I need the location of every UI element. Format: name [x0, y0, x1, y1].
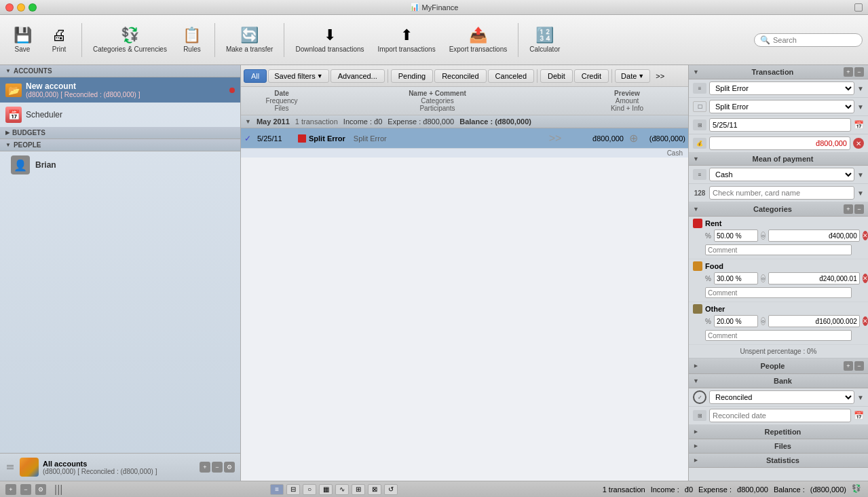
- other-pct-input[interactable]: [714, 315, 758, 327]
- status-add-button[interactable]: +: [5, 484, 16, 495]
- filter-reconciled-button[interactable]: Reconciled: [434, 69, 486, 83]
- other-comment-input[interactable]: [705, 330, 852, 341]
- add-account-button[interactable]: +: [200, 462, 210, 473]
- view-bar-button[interactable]: ▦: [319, 484, 333, 495]
- status-handle-icon[interactable]: |||: [54, 483, 62, 496]
- settings-account-button[interactable]: ⚙: [224, 462, 235, 473]
- minimize-button[interactable]: [17, 3, 25, 12]
- search-box[interactable]: 🔍: [754, 33, 863, 47]
- remove-account-button[interactable]: −: [212, 462, 223, 473]
- calculator-button[interactable]: Calculator: [524, 24, 565, 56]
- filter-canceled-button[interactable]: Canceled: [488, 69, 534, 83]
- view-circle-button[interactable]: ○: [303, 484, 316, 495]
- transaction-amount-input[interactable]: [709, 136, 850, 150]
- view-line-button[interactable]: ∿: [335, 484, 349, 495]
- food-amount-input[interactable]: [768, 272, 860, 284]
- budgets-header[interactable]: ▶ BUDGETS: [0, 127, 240, 139]
- reconciled-cal-icon[interactable]: 📅: [854, 411, 864, 420]
- accounts-header[interactable]: ▼ ACCOUNTS: [0, 65, 240, 77]
- amount-remove-button[interactable]: ✕: [853, 138, 864, 149]
- filter-pending-button[interactable]: Pending: [391, 69, 433, 83]
- save-button[interactable]: Save: [5, 24, 39, 56]
- import-button[interactable]: Import transactions: [373, 24, 441, 56]
- filter-all-button[interactable]: All: [244, 69, 267, 83]
- other-pct-circle[interactable]: ○: [761, 317, 766, 325]
- remove-category-button[interactable]: −: [854, 204, 864, 214]
- split-error-arrow-1[interactable]: ▼: [857, 85, 864, 92]
- bank-status-row: ✓ Reconciled ▼: [689, 388, 868, 407]
- close-button[interactable]: [5, 3, 14, 12]
- status-remove-button[interactable]: −: [20, 484, 31, 495]
- status-income-value: đ0: [685, 485, 693, 494]
- search-icon: 🔍: [760, 35, 770, 45]
- view-table-button[interactable]: ⊟: [286, 484, 300, 495]
- add-person-button[interactable]: +: [844, 361, 853, 371]
- split-error-select-2[interactable]: Split Error: [709, 100, 854, 113]
- resize-icon[interactable]: [854, 3, 863, 12]
- remove-transaction-button[interactable]: −: [854, 67, 864, 77]
- view-refresh-button[interactable]: ↺: [384, 484, 398, 495]
- check-number-input[interactable]: [709, 186, 854, 200]
- files-section-header[interactable]: ▼ Files: [689, 439, 868, 454]
- food-pct-circle[interactable]: ○: [761, 274, 766, 282]
- table-row[interactable]: ✓ 5/25/11 Split Error Split Error >> đ80…: [241, 128, 688, 149]
- sidebar-handle[interactable]: |||: [5, 464, 16, 470]
- bank-status-arrow[interactable]: ▼: [857, 394, 864, 401]
- add-category-button[interactable]: +: [844, 204, 853, 214]
- rules-button[interactable]: Rules: [175, 24, 209, 56]
- food-remove-button[interactable]: ✕: [863, 274, 868, 283]
- calendar-icon[interactable]: 📅: [854, 120, 864, 130]
- print-button[interactable]: Print: [42, 24, 76, 56]
- trans-expand-arrows[interactable]: >>: [545, 132, 565, 145]
- filter-date-dropdown[interactable]: Date ▼: [615, 69, 650, 83]
- payment-method-arrow[interactable]: ▼: [857, 171, 864, 179]
- rent-remove-button[interactable]: ✕: [863, 231, 868, 240]
- repetition-section-header[interactable]: ▼ Repetition: [689, 425, 868, 439]
- people-header[interactable]: ▼ PEOPLE: [0, 139, 240, 151]
- export-button[interactable]: Export transactions: [444, 24, 513, 56]
- check-arrow[interactable]: ▼: [857, 189, 864, 197]
- split-error-arrow-2[interactable]: ▼: [857, 103, 864, 111]
- check-icon: ✓: [244, 134, 251, 143]
- people-section-header[interactable]: ▼ People + −: [689, 358, 868, 374]
- trans-add-button[interactable]: ⊕: [626, 132, 641, 145]
- filter-saved-dropdown[interactable]: Saved filters ▼: [268, 69, 328, 83]
- view-list-button[interactable]: ≡: [270, 484, 284, 495]
- split-error-select-1[interactable]: Split Error: [709, 81, 854, 95]
- bank-status-select[interactable]: Reconciled: [709, 390, 854, 404]
- transfer-icon: [240, 26, 259, 44]
- rent-amount-input[interactable]: [768, 229, 860, 242]
- status-currency-button[interactable]: 💱: [852, 484, 863, 495]
- search-input[interactable]: [773, 36, 856, 44]
- food-pct-input[interactable]: [714, 272, 758, 284]
- download-button[interactable]: Download transactions: [290, 24, 369, 56]
- rent-pct-input[interactable]: [714, 229, 758, 242]
- other-amount-input[interactable]: [768, 315, 860, 327]
- statistics-section-header[interactable]: ▼ Statistics: [689, 454, 868, 468]
- month-header-may2011[interactable]: ▼ May 2011 1 transaction Income : đ0 Exp…: [241, 115, 688, 128]
- account-item[interactable]: 📂 New account (đ800,000) [ Reconciled : …: [0, 77, 240, 103]
- other-remove-button[interactable]: ✕: [863, 316, 868, 326]
- remove-person-button[interactable]: −: [854, 361, 864, 371]
- maximize-button[interactable]: [29, 3, 37, 12]
- filter-advanced-button[interactable]: Advanced...: [331, 69, 385, 83]
- filter-more-button[interactable]: >>: [652, 70, 668, 82]
- food-comment-input[interactable]: [705, 287, 852, 298]
- scheduler-item[interactable]: 📅 Scheduler: [0, 103, 240, 127]
- filter-debit-button[interactable]: Debit: [540, 69, 573, 83]
- toolbar-separator-2: [214, 23, 215, 57]
- view-map-button[interactable]: ⊞: [352, 484, 365, 495]
- filter-credit-button[interactable]: Credit: [574, 69, 609, 83]
- rent-pct-circle[interactable]: ○: [761, 232, 766, 240]
- transaction-date-input[interactable]: [709, 118, 851, 132]
- view-split-button[interactable]: ⊠: [368, 484, 381, 495]
- payment-method-select[interactable]: Cash: [709, 168, 854, 181]
- status-settings-button[interactable]: ⚙: [35, 484, 46, 495]
- add-transaction-button[interactable]: +: [844, 67, 853, 77]
- rent-comment-input[interactable]: [705, 244, 852, 255]
- person-item-brian[interactable]: 👤 Brian: [0, 151, 240, 179]
- categories-button[interactable]: Categories & Currencies: [88, 24, 172, 56]
- reconciled-date-input[interactable]: [709, 409, 851, 422]
- transfer-button[interactable]: Make a transfer: [221, 24, 278, 56]
- person-name-brian: Brian: [35, 160, 56, 170]
